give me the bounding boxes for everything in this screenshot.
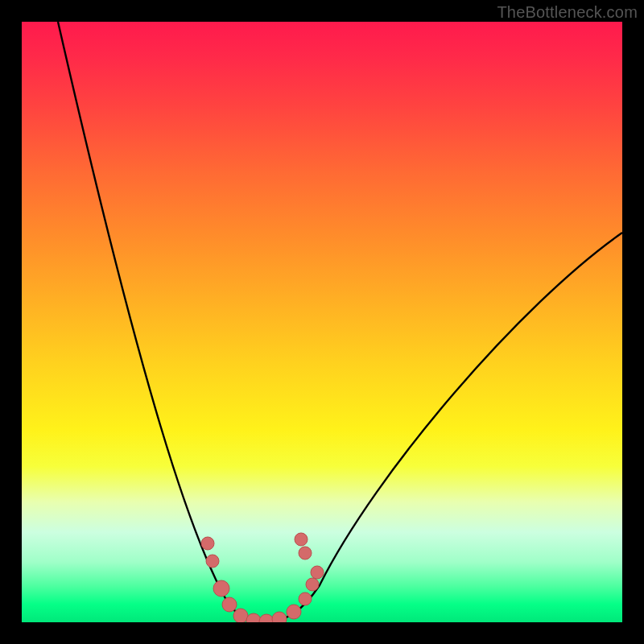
chart-marker (206, 555, 219, 568)
left-curve (58, 22, 263, 622)
chart-markers (201, 533, 324, 622)
chart-marker (299, 547, 312, 559)
chart-marker (299, 592, 312, 605)
chart-marker (213, 580, 229, 597)
chart-marker (246, 613, 261, 622)
chart-marker (295, 533, 308, 546)
right-curve (263, 233, 622, 622)
chart-svg (22, 22, 622, 622)
chart-marker (259, 614, 274, 622)
chart-marker (222, 597, 237, 612)
chart-marker (311, 566, 324, 579)
chart-marker (287, 605, 301, 619)
chart-marker (233, 609, 248, 622)
attribution-text: TheBottleneck.com (497, 3, 638, 22)
chart-marker (306, 578, 319, 591)
chart-frame (22, 22, 622, 622)
chart-marker (201, 537, 214, 550)
chart-marker (272, 612, 287, 622)
